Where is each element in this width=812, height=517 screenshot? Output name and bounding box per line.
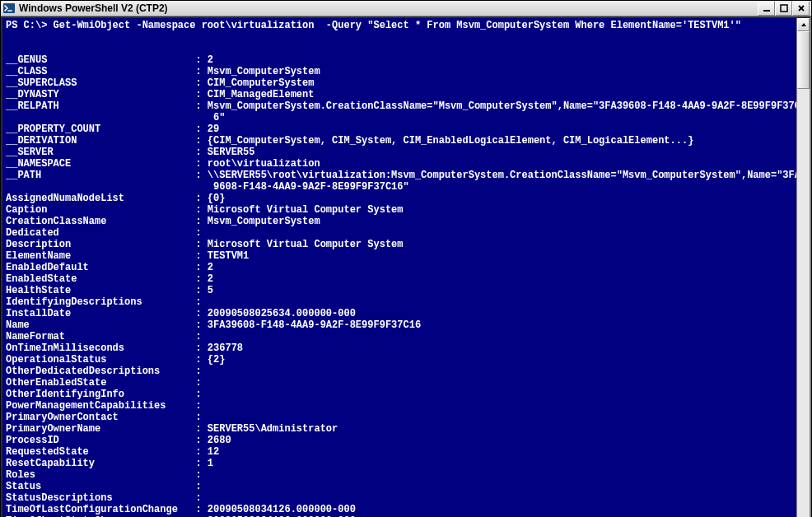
minimize-button[interactable] xyxy=(758,1,775,16)
close-button[interactable] xyxy=(792,1,810,16)
svg-rect-1 xyxy=(763,10,770,12)
titlebar[interactable]: Windows PowerShell V2 (CTP2) xyxy=(1,1,811,16)
maximize-button[interactable] xyxy=(775,1,792,16)
svg-rect-2 xyxy=(781,5,787,12)
scroll-up-button[interactable] xyxy=(797,18,810,31)
window-buttons xyxy=(758,1,810,16)
powershell-window: Windows PowerShell V2 (CTP2) PS C:\> Get… xyxy=(0,0,812,517)
svg-rect-0 xyxy=(3,3,15,13)
scroll-track[interactable] xyxy=(797,31,810,517)
scroll-thumb[interactable] xyxy=(797,31,810,89)
app-icon xyxy=(2,2,16,15)
vertical-scrollbar[interactable] xyxy=(796,18,810,517)
terminal-area: PS C:\> Get-WmiObject -Namespace root\vi… xyxy=(1,16,811,517)
window-title: Windows PowerShell V2 (CTP2) xyxy=(19,2,758,14)
terminal-output[interactable]: PS C:\> Get-WmiObject -Namespace root\vi… xyxy=(2,18,796,517)
